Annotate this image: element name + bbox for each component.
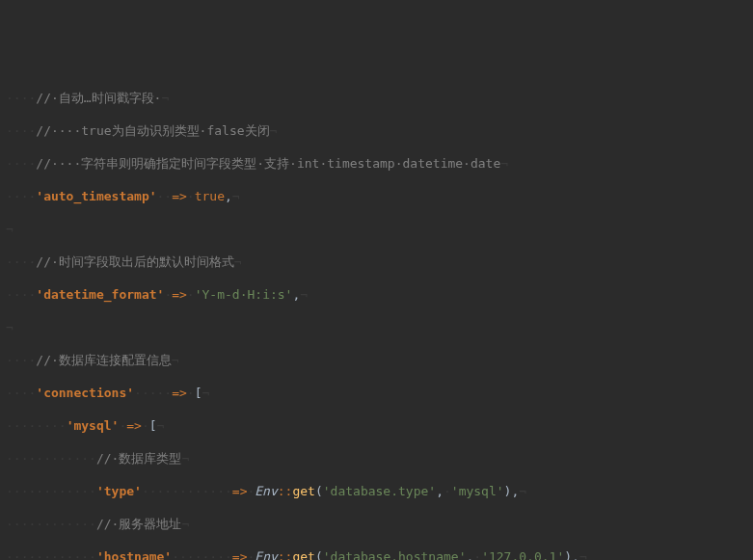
code-line: ····'connections'·····=>·[¬ <box>0 385 753 401</box>
code-line: ····//·自动…时间戳字段·¬ <box>0 90 753 106</box>
code-line: ········'mysql'·=>·[¬ <box>0 417 753 434</box>
code-line: ············//·服务器地址¬ <box>0 516 753 532</box>
code-line: ············//·数据库类型¬ <box>0 450 753 467</box>
code-editor[interactable]: ····//·自动…时间戳字段·¬ ····//····true为自动识别类型·… <box>0 73 753 560</box>
code-line: ············'type'············=>·Env::ge… <box>0 483 753 499</box>
code-line: ····//····true为自动识别类型·false关闭¬ <box>0 122 753 139</box>
code-line: ····//·数据库连接配置信息¬ <box>0 352 753 368</box>
code-line: ····//·时间字段取出后的默认时间格式¬ <box>0 253 753 270</box>
code-line: ¬ <box>0 319 753 335</box>
code-line: ····//····字符串则明确指定时间字段类型·支持·int·timestam… <box>0 155 753 172</box>
code-line: ¬ <box>0 221 753 237</box>
code-line: ····'auto_timestamp'··=>·true,¬ <box>0 188 753 204</box>
code-line: ············'hostname'········=>·Env::ge… <box>0 548 753 560</box>
code-line: ····'datetime_format'·=>·'Y-m-d·H:i:s',¬ <box>0 286 753 303</box>
